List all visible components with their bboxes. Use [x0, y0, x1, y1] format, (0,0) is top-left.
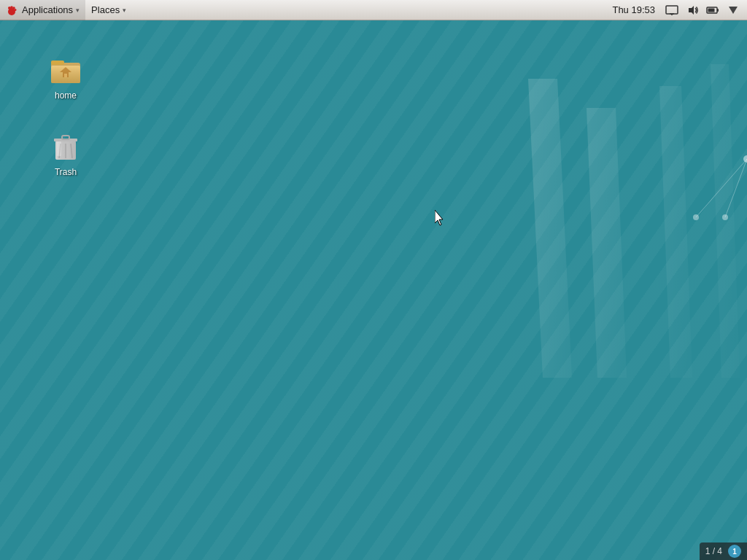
screen-tray-icon[interactable] — [664, 2, 680, 18]
svg-rect-29 — [64, 74, 67, 77]
svg-point-4 — [15, 9, 17, 11]
desktop: home — [0, 20, 747, 560]
svg-marker-8 — [689, 6, 694, 15]
svg-rect-37 — [57, 141, 61, 156]
applications-arrow: ▾ — [76, 7, 80, 14]
trash-label: Trash — [55, 167, 77, 177]
workspace-badge: 1 — [728, 545, 741, 558]
svg-rect-11 — [708, 8, 715, 12]
svg-rect-5 — [666, 6, 678, 14]
trash-icon[interactable]: Trash — [36, 126, 95, 180]
svg-marker-14 — [587, 108, 627, 378]
volume-tray-icon[interactable] — [684, 2, 700, 18]
desktop-graphic — [441, 64, 747, 392]
svg-marker-15 — [659, 86, 692, 378]
places-arrow: ▾ — [123, 7, 126, 14]
applications-menu[interactable]: Applications ▾ — [0, 0, 85, 20]
places-label: Places — [91, 4, 120, 15]
applications-label: Applications — [22, 4, 73, 15]
svg-rect-10 — [717, 9, 719, 12]
clock: Thu 19:53 — [608, 4, 659, 15]
trash-image — [48, 129, 83, 164]
home-folder-label: home — [55, 90, 77, 101]
workspace-text: 1 / 4 — [705, 546, 722, 556]
svg-rect-24 — [51, 61, 64, 65]
svg-marker-16 — [711, 64, 740, 378]
svg-rect-36 — [62, 136, 69, 139]
svg-marker-12 — [729, 7, 738, 14]
places-menu[interactable]: Places ▾ — [85, 0, 132, 20]
battery-tray-icon[interactable] — [705, 2, 721, 18]
svg-marker-13 — [528, 79, 572, 378]
tray-menu-button[interactable] — [725, 2, 741, 18]
home-folder-image — [48, 52, 83, 88]
system-tray: Thu 19:53 — [608, 2, 747, 18]
gnome-foot-icon — [6, 4, 18, 16]
workspace-indicator-bar: 1 / 4 1 — [700, 542, 747, 560]
taskbar: Applications ▾ Places ▾ Thu 19:53 — [0, 0, 747, 20]
home-folder-icon[interactable]: home — [36, 50, 95, 104]
